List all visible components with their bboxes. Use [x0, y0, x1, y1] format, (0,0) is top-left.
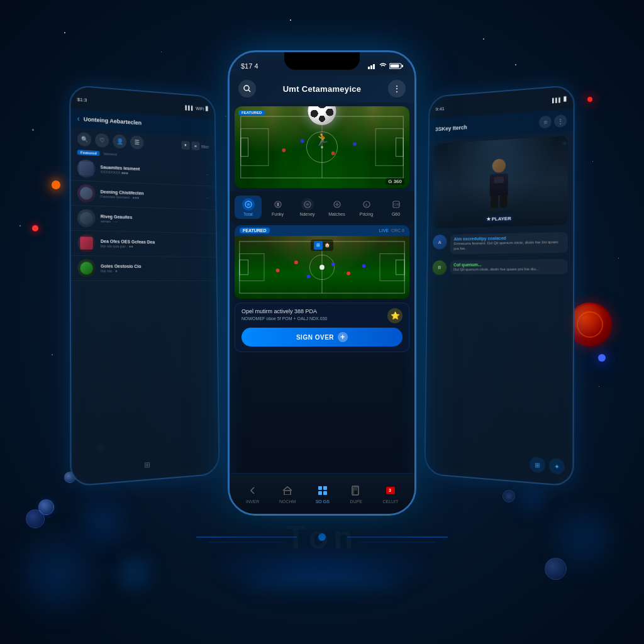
chat-item[interactable]: B Cof quenum... Dul Qit quenum ctiote, d…: [428, 255, 573, 277]
svg-rect-39: [240, 260, 248, 274]
nav-item-dupe[interactable]: DUPE: [349, 484, 363, 504]
list-item[interactable]: Goies Oestosio Cio bip sta · ●: [71, 256, 216, 281]
right-bottom-icon-2[interactable]: ✦: [549, 458, 565, 475]
sign-over-button[interactable]: SIGN OVER +: [242, 328, 402, 347]
phone-reflection: [240, 572, 404, 604]
left-status-time: $1:3: [77, 96, 87, 103]
list-item-content: Riveg Geauites senes · —: [101, 214, 210, 226]
signal-icon: [368, 63, 377, 69]
matches-icon: [333, 201, 341, 208]
right-star-button[interactable]: ☆: [539, 115, 552, 128]
right-header-actions: ☆ ⋮: [539, 114, 567, 129]
right-bottom-icon-1[interactable]: ⊞: [530, 457, 545, 474]
nav-celuit-label: CELUIT: [382, 499, 398, 504]
back-arrow-icon[interactable]: ‹: [77, 114, 80, 123]
svg-text:3: 3: [389, 488, 391, 492]
nav-inver-icon: [246, 484, 260, 497]
svg-rect-9: [391, 65, 399, 68]
chat-item[interactable]: A Aim excredutipy coalaced Entreeums fen…: [428, 229, 574, 257]
nav-item-sogs[interactable]: SO GS: [316, 484, 330, 504]
chat-avatar: A: [433, 235, 447, 250]
left-sort-icon[interactable]: ▾: [181, 141, 189, 150]
tab-pricing-icon: $: [360, 198, 373, 211]
list-item-action: ···: [206, 172, 209, 177]
right-chat-list: A Aim excredutipy coalaced Entreeums fen…: [428, 229, 573, 278]
document-nav-icon: [352, 486, 360, 496]
tab-matches[interactable]: Matches: [323, 196, 350, 219]
tab-ndeney-label: Ndeney: [299, 212, 314, 216]
svg-rect-5: [368, 67, 370, 69]
tab-funky[interactable]: Funky: [264, 196, 291, 219]
list-item-content: Goies Oestosio Cio bip sta · ●: [101, 264, 210, 273]
player-jump-icon: 🏃: [314, 131, 330, 147]
svg-text:$: $: [365, 203, 368, 207]
tab-funky-label: Funky: [272, 212, 284, 216]
left-user-icon[interactable]: 👤: [113, 134, 126, 148]
cta-star-icon: ⭐: [387, 308, 402, 323]
left-heart-icon[interactable]: ♡: [95, 133, 109, 148]
list-item-sub: bip sta · ●: [101, 269, 210, 274]
svg-rect-10: [402, 65, 403, 67]
tab-pricing[interactable]: $ Pricing: [353, 196, 380, 219]
svg-rect-20: [396, 138, 403, 156]
tab-total-label: Total: [243, 212, 253, 216]
list-item[interactable]: Dea Ofes OES Gcfeas Dea bip sta qua par …: [71, 231, 216, 258]
phone-right: 9:41 ▌▌▌ ▊ 3SKey Iterch ☆ ⋮: [424, 85, 574, 487]
chat-name-2: Cof quenum...: [453, 262, 564, 267]
tab-ndeney[interactable]: Ndeney: [294, 196, 321, 219]
tab-g60[interactable]: G60 G60: [382, 196, 409, 219]
left-filter-icon[interactable]: ≡: [191, 142, 199, 150]
left-featured-badge: Featured: [77, 150, 100, 156]
match-card-1[interactable]: FEATURED: [235, 106, 409, 188]
svg-rect-49: [318, 486, 322, 490]
tab-funky-icon: [272, 198, 284, 211]
left-filter-label: filter: [201, 144, 209, 148]
tab-total[interactable]: Total: [235, 196, 262, 219]
svg-point-47: [319, 265, 325, 270]
tab-ndeney-icon: [301, 198, 314, 211]
chat-avatar-2: B: [433, 260, 447, 274]
cta-section: Opel mutirm actively 388 PDA NOWOMEF obo…: [235, 303, 409, 352]
svg-rect-50: [323, 486, 327, 490]
left-list: Sauamites Iesment XXXXXXXX ■■■ ··· Deeni…: [70, 156, 216, 281]
search-button[interactable]: [238, 80, 256, 97]
svg-rect-40: [396, 260, 404, 274]
pricing-icon: $: [363, 201, 370, 208]
list-item-avatar: [77, 259, 96, 277]
match-card-2[interactable]: FEATURED LIVE CRC 8: [235, 225, 409, 299]
list-item-avatar: [77, 184, 96, 203]
more-options-button[interactable]: ⋮: [388, 80, 406, 97]
left-menu-icon[interactable]: ☰: [130, 135, 144, 150]
chat-bubble: Aim excredutipy coalaced Entreeums fenme…: [450, 232, 568, 254]
svg-text:G60: G60: [394, 203, 400, 206]
svg-rect-48: [284, 491, 291, 495]
nav-item-celuit[interactable]: 3 CELUIT: [382, 484, 398, 504]
nav-item-nochm[interactable]: NOCHM: [279, 484, 296, 504]
chat-text: Entreeums fenment. Dul Qit quenum ctiote…: [454, 240, 564, 251]
list-item[interactable]: Riveg Geauites senes · —: [71, 206, 216, 234]
right-bottom-icons: ⊞ ✦: [530, 457, 565, 475]
nav-sogs-label: SO GS: [316, 499, 330, 504]
list-item-content: Dea Ofes OES Gcfeas Dea bip sta qua par …: [101, 239, 210, 250]
nav-dupe-icon: [349, 484, 363, 497]
match-2-status: LIVE: [379, 228, 389, 233]
phone-center: $17 4: [228, 50, 416, 516]
svg-point-24: [353, 142, 357, 146]
list-item-avatar: [77, 209, 96, 227]
svg-line-12: [248, 90, 250, 92]
left-search-icon[interactable]: 🔍: [77, 132, 91, 147]
cta-main-text: Opel mutirm actively 388 PDA: [242, 308, 327, 314]
match-score: G 360: [386, 178, 404, 185]
phone-left: $1:3 ▌▌▌ WiFi ▊ ‹ Uonteing Aebarteclen 🔍…: [69, 85, 219, 487]
left-featured-sub: Iesment: [104, 152, 117, 156]
right-more-button[interactable]: ⋮: [554, 114, 567, 128]
tab-total-icon: [242, 198, 255, 211]
back-nav-icon: [248, 486, 258, 496]
svg-rect-38: [380, 253, 404, 280]
match-card-image: G 360 🏃: [235, 106, 409, 188]
match-badge: FEATURED: [238, 110, 265, 115]
nav-item-inver[interactable]: INVER: [246, 484, 260, 504]
list-item-content: Deening Chistifecten Feumtes Iesment · ●…: [101, 189, 202, 202]
status-time: $17 4: [241, 62, 258, 70]
right-header-title: 3SKey Iterch: [435, 124, 467, 132]
